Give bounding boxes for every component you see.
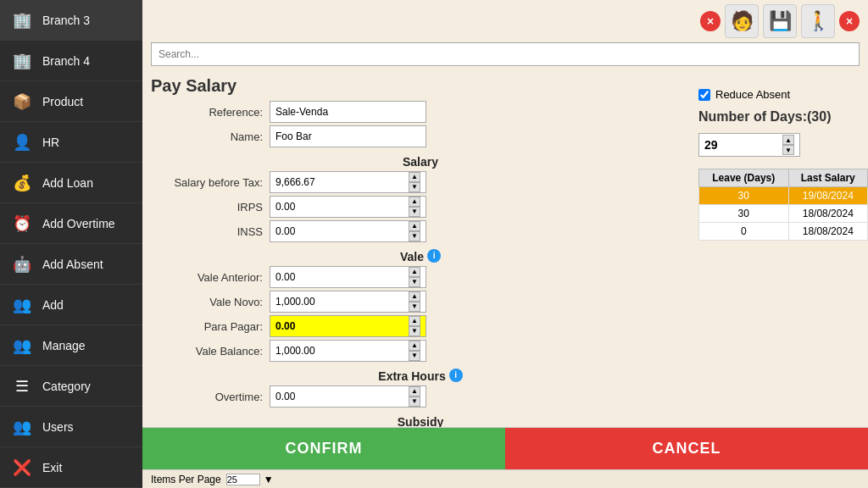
search-input[interactable] (151, 42, 860, 66)
exit-icon: ❌ (8, 454, 36, 481)
top-icons-row: × 🧑 💾 🚶 × (142, 0, 868, 42)
manage-icon: 👥 (8, 332, 36, 359)
sidebar-item-label: Branch 3 (42, 14, 90, 27)
leave-table-row[interactable]: 018/08/2024 (699, 223, 868, 241)
sidebar-item-add-absent[interactable]: 🤖 Add Absent (0, 244, 142, 285)
leave-table-row[interactable]: 3019/08/2024 (699, 187, 868, 205)
save-icon-btn[interactable]: 💾 (763, 4, 797, 38)
person-icon-btn[interactable]: 🧑 (725, 4, 759, 38)
vale-anterior-input[interactable]: 0.00 ▲ ▼ (270, 266, 426, 288)
spinner-up[interactable]: ▲ (409, 172, 420, 182)
vale-novo-input[interactable]: 1,000.00 ▲ ▼ (270, 291, 426, 313)
leave-days-cell: 0 (699, 223, 789, 241)
top-close-right-button[interactable]: × (839, 11, 860, 31)
irps-label: IRPS (151, 201, 270, 214)
search-container (142, 42, 868, 71)
extra-hours-info-icon[interactable]: i (449, 369, 463, 382)
sidebar-item-hr[interactable]: 👤 HR (0, 122, 142, 163)
salary-before-tax-input[interactable]: 9,666.67 ▲ ▼ (270, 171, 426, 193)
last-salary-cell: 18/08/2024 (788, 205, 867, 223)
sidebar-item-exit[interactable]: ❌ Exit (0, 447, 142, 488)
spinner-down[interactable]: ▼ (409, 182, 420, 192)
para-pagar-label: Para Pagar: (151, 320, 270, 333)
main-content: × 🧑 💾 🚶 × Pay Salary Reference: Sale-Ven… (142, 0, 868, 488)
sidebar-item-label: Product (42, 95, 83, 108)
para-pagar-spinner[interactable]: ▲ ▼ (409, 316, 420, 336)
salary-spinner[interactable]: ▲ ▼ (409, 172, 420, 192)
spinner-down[interactable]: ▼ (409, 231, 420, 241)
spinner-down[interactable]: ▼ (409, 351, 420, 361)
irps-spinner[interactable]: ▲ ▼ (409, 197, 420, 217)
salary-section-header: Salary (151, 155, 690, 169)
leave-days-header: Leave (Days) (699, 169, 789, 187)
days-spinner-down[interactable]: ▼ (782, 145, 794, 155)
name-input[interactable]: Foo Bar (270, 125, 426, 147)
spinner-up[interactable]: ▲ (409, 316, 420, 326)
overtime-input[interactable]: 0.00 ▲ ▼ (270, 385, 426, 408)
top-close-left-button[interactable]: × (700, 11, 721, 31)
reduce-absent-checkbox[interactable] (698, 89, 710, 101)
last-salary-cell: 18/08/2024 (788, 223, 867, 241)
bottom-bar: CONFIRM CANCEL (142, 427, 868, 469)
salary-before-tax-row: Salary before Tax: 9,666.67 ▲ ▼ (151, 171, 690, 193)
spinner-up[interactable]: ▲ (409, 341, 420, 351)
items-per-page-dropdown[interactable]: ▼ (264, 474, 274, 485)
items-per-page-input[interactable] (226, 474, 260, 485)
reference-input[interactable]: Sale-Venda (270, 101, 426, 123)
leave-table-row[interactable]: 3018/08/2024 (699, 205, 868, 223)
sidebar-item-branch4[interactable]: 🏢 Branch 4 (0, 41, 142, 81)
users-icon: 👥 (8, 413, 36, 441)
confirm-button[interactable]: CONFIRM (142, 428, 505, 470)
spinner-up[interactable]: ▲ (409, 267, 420, 277)
sidebar-item-label: Add Absent (42, 258, 103, 271)
sidebar-item-label: Add Overtime (42, 217, 115, 230)
irps-input[interactable]: 0.00 ▲ ▼ (270, 196, 426, 218)
vale-novo-label: Vale Novo: (151, 296, 270, 308)
spinner-up[interactable]: ▲ (409, 197, 420, 207)
overtime-spinner[interactable]: ▲ ▼ (409, 386, 420, 407)
person2-icon-btn[interactable]: 🚶 (801, 4, 835, 38)
sidebar-item-manage[interactable]: 👥 Manage (0, 325, 142, 366)
vale-novo-spinner[interactable]: ▲ ▼ (409, 291, 420, 312)
vale-balance-label: Vale Balance: (151, 345, 270, 358)
spinner-up[interactable]: ▲ (409, 291, 420, 302)
days-spinner-btns[interactable]: ▲ ▼ (782, 135, 794, 155)
spinner-down[interactable]: ▼ (409, 326, 420, 336)
items-per-page-label: Items Per Page (151, 474, 221, 485)
sidebar-item-add-overtime[interactable]: ⏰ Add Overtime (0, 203, 142, 244)
vale-anterior-spinner[interactable]: ▲ ▼ (409, 267, 420, 287)
leave-days-cell: 30 (699, 205, 789, 223)
sidebar-item-add[interactable]: 👥 Add (0, 285, 142, 325)
spinner-down[interactable]: ▼ (409, 277, 420, 287)
days-spinner-up[interactable]: ▲ (782, 135, 794, 145)
vale-anterior-row: Vale Anterior: 0.00 ▲ ▼ (151, 266, 690, 288)
sidebar-item-add-loan[interactable]: 💰 Add Loan (0, 163, 142, 203)
inss-spinner[interactable]: ▲ ▼ (409, 221, 420, 241)
cancel-button[interactable]: CANCEL (505, 428, 868, 470)
leave-days-cell: 30 (699, 187, 789, 205)
sidebar-item-users[interactable]: 👥 Users (0, 407, 142, 447)
add-loan-icon: 💰 (8, 169, 36, 197)
inss-input[interactable]: 0.00 ▲ ▼ (270, 220, 426, 242)
vale-section-container: Vale i (151, 245, 690, 266)
vale-balance-input[interactable]: 1,000.00 ▲ ▼ (270, 340, 426, 362)
spinner-down[interactable]: ▼ (409, 207, 420, 217)
branch4-icon: 🏢 (8, 47, 36, 75)
reduce-absent-row: Reduce Absent (698, 88, 868, 101)
sidebar: 🏢 Branch 3 🏢 Branch 4 📦 Product 👤 HR 💰 A… (0, 0, 142, 488)
spinner-up[interactable]: ▲ (409, 386, 420, 396)
sidebar-item-label: Exit (42, 461, 62, 474)
para-pagar-input[interactable]: 0.00 ▲ ▼ (270, 315, 426, 337)
vale-info-icon[interactable]: i (427, 249, 441, 263)
spinner-down[interactable]: ▼ (409, 396, 420, 407)
save-icon: 💾 (769, 10, 792, 32)
vale-balance-spinner[interactable]: ▲ ▼ (409, 341, 420, 361)
sidebar-item-category[interactable]: ☰ Category (0, 366, 142, 407)
right-panel: Reduce Absent Number of Days:(30) 29 ▲ ▼… (698, 71, 868, 427)
sidebar-item-branch3[interactable]: 🏢 Branch 3 (0, 0, 142, 41)
sidebar-item-label: Category (42, 380, 91, 393)
spinner-up[interactable]: ▲ (409, 221, 420, 231)
days-spinner[interactable]: 29 ▲ ▼ (698, 133, 800, 157)
sidebar-item-product[interactable]: 📦 Product (0, 81, 142, 122)
spinner-down[interactable]: ▼ (409, 302, 420, 312)
